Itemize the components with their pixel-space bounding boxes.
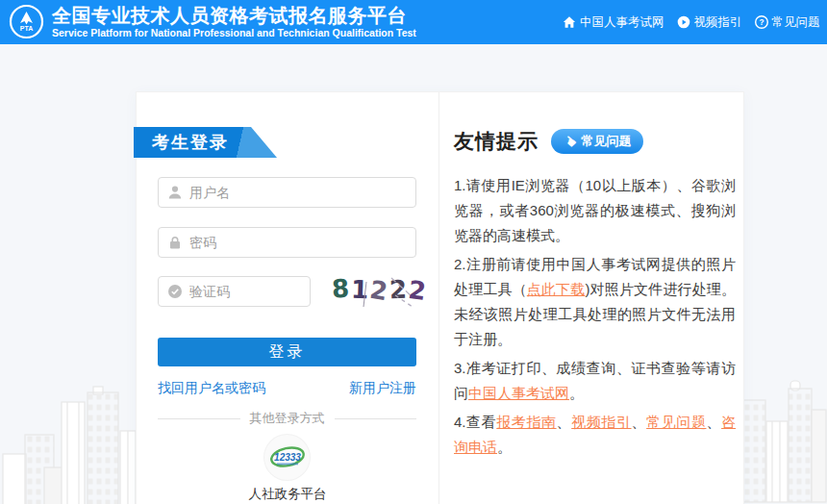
site-subtitle: Service Platform for National Profession… — [52, 27, 416, 39]
login-card: 考生登录 81222 — [136, 91, 744, 504]
nav-link-exam-site[interactable]: 中国人事考试网 — [563, 14, 664, 31]
logo-text: PTA — [20, 25, 33, 32]
tip-paragraph-2: 2.注册前请使用中国人事考试网提供的照片处理工具（点此下载)对照片文件进行处理。… — [454, 252, 736, 352]
top-header: PTA 全国专业技术人员资格考试报名服务平台 Service Platform … — [0, 0, 827, 44]
nav-link-video-guide[interactable]: 视频指引 — [677, 14, 742, 31]
pointer-hand-icon: ☚ — [560, 131, 581, 152]
column-divider — [439, 92, 439, 504]
password-field — [158, 227, 416, 258]
password-input[interactable] — [189, 228, 410, 257]
faq-badge-button[interactable]: ☚ 常见问题 — [551, 129, 643, 154]
username-field — [158, 177, 416, 208]
city-skyline-illustration-right — [735, 339, 827, 504]
site-titles: 全国专业技术人员资格考试报名服务平台 Service Platform for … — [52, 5, 416, 39]
captcha-noise — [332, 270, 417, 309]
site-title: 全国专业技术人员资格考试报名服务平台 — [52, 5, 416, 26]
play-circle-icon — [677, 15, 690, 29]
user-icon — [167, 185, 183, 200]
login-panel-ribbon: 考生登录 — [134, 127, 277, 158]
tips-header: 友情提示 ☚ 常见问题 — [454, 128, 643, 155]
svg-text:12333: 12333 — [274, 451, 301, 462]
exam-guide-link[interactable]: 报考指南 — [496, 414, 556, 430]
login-panel-title: 考生登录 — [152, 133, 229, 152]
captcha-input[interactable] — [189, 277, 304, 306]
svg-text:?: ? — [759, 17, 764, 27]
register-link[interactable]: 新用户注册 — [349, 380, 416, 397]
nav-label: 常见问题 — [772, 14, 820, 31]
header-nav: 中国人事考试网 视频指引 ? 常见问题 咨询电话 — [563, 0, 827, 44]
other-login-label: 其他登录方式 — [240, 410, 335, 427]
login-button[interactable]: 登录 — [158, 338, 416, 366]
other-login-divider: 其他登录方式 — [158, 410, 416, 427]
lock-icon — [167, 235, 183, 250]
home-icon — [563, 15, 576, 29]
12333-logo-icon: 12333 — [268, 443, 307, 472]
faq-badge-label: 常见问题 — [581, 133, 631, 150]
nav-label: 中国人事考试网 — [580, 14, 664, 31]
pta-logo-icon: PTA — [9, 4, 44, 39]
captcha-image[interactable]: 81222 — [332, 270, 417, 309]
question-circle-icon: ? — [755, 15, 768, 29]
download-photo-tool-link[interactable]: 点此下载 — [527, 281, 586, 297]
gov-12333-login-button[interactable]: 12333 — [264, 435, 310, 480]
tips-body: 1.请使用IE浏览器（10以上版本）、谷歌浏览器，或者360浏览器的极速模式、搜… — [454, 173, 736, 464]
username-input[interactable] — [189, 178, 410, 207]
tip-paragraph-3: 3.准考证打印、成绩查询、证书查验等请访问中国人事考试网。 — [454, 356, 736, 406]
video-guide-link[interactable]: 视频指引 — [571, 414, 631, 430]
exam-site-link[interactable]: 中国人事考试网 — [468, 385, 569, 401]
tip-paragraph-4: 4.查看报考指南、视频指引、常见问题、咨询电话。 — [454, 410, 736, 460]
faq-link[interactable]: 常见问题 — [646, 414, 706, 430]
gov-platform-label: 人社政务平台 — [137, 486, 439, 503]
forgot-credentials-link[interactable]: 找回用户名或密码 — [158, 380, 265, 397]
brand: PTA 全国专业技术人员资格考试报名服务平台 Service Platform … — [9, 4, 416, 39]
nav-label: 视频指引 — [694, 14, 742, 31]
shield-check-icon — [167, 284, 183, 299]
captcha-field — [158, 276, 311, 307]
tip-paragraph-1: 1.请使用IE浏览器（10以上版本）、谷歌浏览器，或者360浏览器的极速模式、搜… — [454, 173, 736, 248]
nav-link-faq[interactable]: ? 常见问题 — [755, 14, 820, 31]
account-links: 找回用户名或密码 新用户注册 — [158, 380, 416, 397]
tips-title: 友情提示 — [454, 128, 539, 155]
